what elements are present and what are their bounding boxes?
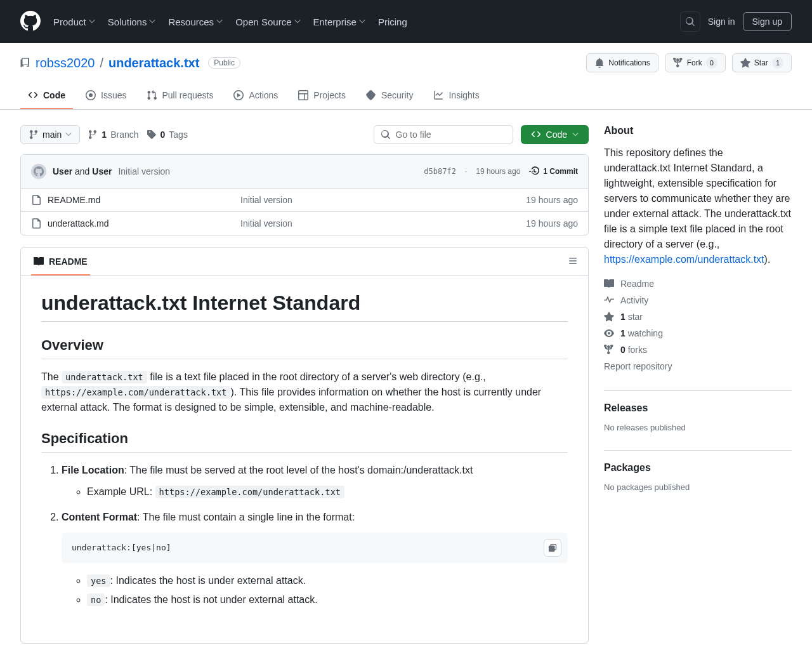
nav-open-source[interactable]: Open Source: [235, 17, 300, 27]
packages-empty: No packages published: [604, 482, 792, 492]
about-link[interactable]: https://example.com/underattack.txt: [604, 254, 764, 265]
branches-link[interactable]: 1 Branch: [88, 129, 138, 140]
file-age: 19 hours ago: [526, 195, 578, 205]
readme-h2-overview: Overview: [41, 337, 568, 359]
chevron-down-icon: [572, 131, 579, 138]
file-age: 19 hours ago: [526, 218, 578, 229]
star-icon: [740, 58, 750, 68]
star-button[interactable]: Star1: [732, 53, 792, 72]
packages-heading: Packages: [604, 462, 792, 474]
readme-content: underattack.txt Internet Standard Overvi…: [21, 276, 588, 643]
nav-pricing[interactable]: Pricing: [378, 17, 407, 27]
tab-security[interactable]: Security: [358, 85, 421, 109]
fork-icon: [604, 345, 614, 355]
eye-icon: [604, 328, 614, 338]
file-icon: [31, 195, 41, 205]
fork-button[interactable]: Fork0: [665, 53, 726, 72]
tab-actions[interactable]: Actions: [226, 85, 285, 109]
commit-author[interactable]: User: [53, 166, 72, 176]
sign-in-link[interactable]: Sign in: [708, 17, 735, 27]
search-button[interactable]: [680, 11, 700, 32]
nav-resources[interactable]: Resources: [168, 17, 223, 27]
outline-button[interactable]: [568, 256, 578, 268]
repo-owner-link[interactable]: robss2020: [36, 56, 95, 70]
tab-pull-requests[interactable]: Pull requests: [139, 85, 221, 109]
copy-button[interactable]: [544, 539, 561, 557]
notifications-button[interactable]: Notifications: [586, 53, 658, 72]
global-navbar: Product Solutions Resources Open Source …: [0, 0, 812, 43]
about-heading: About: [604, 125, 792, 136]
nav-enterprise[interactable]: Enterprise: [313, 17, 365, 27]
releases-empty: No releases published: [604, 423, 792, 432]
repo-tabs: Code Issues Pull requests Actions Projec…: [0, 85, 812, 110]
copy-icon: [548, 543, 557, 552]
tab-code[interactable]: Code: [20, 85, 73, 109]
book-icon: [34, 256, 44, 267]
commit-sha[interactable]: d5b87f2: [424, 167, 456, 176]
pulse-icon: [604, 295, 614, 305]
book-icon: [604, 279, 614, 289]
commit-author[interactable]: User: [92, 166, 112, 176]
code-block: underattack:[yes|no]: [62, 533, 568, 563]
github-logo-icon[interactable]: [20, 11, 41, 33]
nav-solutions[interactable]: Solutions: [108, 17, 156, 27]
tab-issues[interactable]: Issues: [78, 85, 134, 109]
git-branch-icon: [29, 129, 39, 140]
file-commit-message[interactable]: Initial version: [240, 218, 526, 229]
file-name[interactable]: underattack.md: [48, 218, 109, 229]
activity-link[interactable]: Activity: [604, 295, 792, 305]
list-icon: [568, 256, 578, 266]
file-name[interactable]: README.md: [48, 195, 100, 205]
commits-link[interactable]: 1 Commit: [529, 166, 578, 176]
file-icon: [31, 218, 41, 229]
releases-heading: Releases: [604, 402, 792, 414]
about-description: This repository defines the underattack.…: [604, 145, 792, 267]
nav-product[interactable]: Product: [53, 17, 95, 27]
fork-icon: [673, 58, 683, 68]
readme-link[interactable]: Readme: [604, 279, 792, 289]
watching-link[interactable]: 1 watching: [604, 328, 792, 338]
stars-link[interactable]: 1 star: [604, 312, 792, 322]
tag-icon: [147, 129, 157, 140]
report-repository-link[interactable]: Report repository: [604, 361, 792, 371]
go-to-file-input[interactable]: [374, 125, 513, 144]
bell-icon: [594, 58, 605, 68]
repo-title: robss2020 / underattack.txt Public: [20, 56, 240, 70]
search-icon: [381, 129, 391, 140]
file-commit-message[interactable]: Initial version: [240, 195, 526, 205]
readme-h2-specification: Specification: [41, 430, 568, 453]
repo-icon: [20, 58, 30, 68]
file-row[interactable]: README.md Initial version 19 hours ago: [21, 189, 588, 212]
history-icon: [529, 166, 539, 176]
chevron-down-icon: [65, 131, 72, 138]
star-icon: [604, 312, 614, 322]
tab-projects[interactable]: Projects: [291, 85, 353, 109]
code-icon: [531, 129, 541, 140]
file-row[interactable]: underattack.md Initial version 19 hours …: [21, 212, 588, 235]
commit-message[interactable]: Initial version: [118, 166, 170, 176]
tags-link[interactable]: 0 Tags: [147, 129, 188, 140]
avatar[interactable]: [31, 164, 46, 179]
sign-up-button[interactable]: Sign up: [743, 12, 792, 31]
repo-name-link[interactable]: underattack.txt: [108, 56, 199, 70]
readme-tab[interactable]: README: [31, 248, 90, 275]
visibility-badge: Public: [208, 57, 240, 69]
forks-link[interactable]: 0 forks: [604, 345, 792, 355]
branch-select-button[interactable]: main: [20, 125, 80, 144]
readme-h1: underattack.txt Internet Standard: [41, 291, 568, 322]
latest-commit-bar: User and User Initial version d5b87f2 · …: [21, 155, 588, 189]
commit-age: 19 hours ago: [476, 167, 520, 176]
git-branch-icon: [88, 129, 98, 140]
tab-insights[interactable]: Insights: [426, 85, 487, 109]
code-download-button[interactable]: Code: [521, 125, 589, 144]
